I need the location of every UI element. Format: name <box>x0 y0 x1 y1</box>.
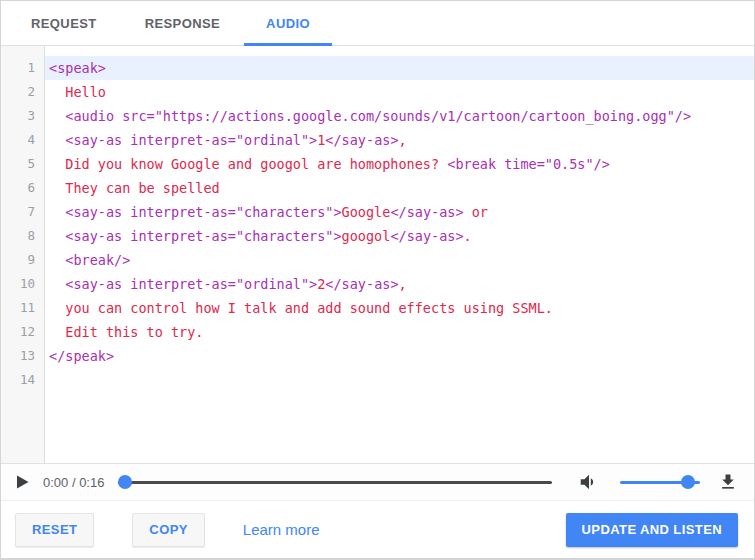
code-text-token: . <box>464 228 472 244</box>
code-tag-token: </say-as> <box>325 132 398 148</box>
code-line[interactable]: <say-as interpret-as="ordinal">1</say-as… <box>45 128 754 152</box>
line-number: 12 <box>1 320 44 344</box>
line-number: 7 <box>1 200 44 224</box>
code-line[interactable]: you can control how I talk and add sound… <box>45 296 754 320</box>
code-line[interactable]: <break/> <box>45 248 754 272</box>
line-number: 8 <box>1 224 44 248</box>
footer-bar: RESET COPY Learn more UPDATE AND LISTEN <box>1 501 754 558</box>
code-text-token: , <box>399 276 407 292</box>
code-line[interactable]: Edit this to try. <box>45 320 754 344</box>
code-tag-token: <say-as interpret-as="characters"> <box>49 228 342 244</box>
code-tag-token: </say-as> <box>390 204 463 220</box>
line-number-gutter: 1234567891011121314 <box>1 46 45 463</box>
tab-response[interactable]: RESPONSE <box>121 1 244 45</box>
seek-slider[interactable] <box>118 475 552 489</box>
line-number: 10 <box>1 272 44 296</box>
download-icon <box>718 472 738 492</box>
code-tag-token: <say-as interpret-as="ordinal"> <box>49 276 317 292</box>
update-and-listen-button[interactable]: UPDATE AND LISTEN <box>566 513 738 547</box>
code-line[interactable]: <say-as interpret-as="ordinal">2</say-as… <box>45 272 754 296</box>
code-tag-token: </speak> <box>49 348 114 364</box>
code-text-token: Google <box>342 204 391 220</box>
code-text-token: They can be spelled <box>49 180 220 196</box>
code-text-token: you can control how I talk and add sound… <box>49 300 553 316</box>
seek-thumb[interactable] <box>118 475 132 489</box>
code-text-token: or <box>464 204 488 220</box>
tab-audio[interactable]: AUDIO <box>244 1 332 45</box>
copy-button[interactable]: COPY <box>132 513 204 547</box>
tab-bar: REQUEST RESPONSE AUDIO <box>1 1 754 46</box>
code-line[interactable]: Did you know Google and googol are homop… <box>45 152 754 176</box>
code-line[interactable]: <say-as interpret-as="characters">Google… <box>45 200 754 224</box>
volume-thumb[interactable] <box>681 475 695 489</box>
reset-button[interactable]: RESET <box>15 513 94 547</box>
code-text-token: googol <box>342 228 391 244</box>
code-tag-token: </say-as> <box>325 276 398 292</box>
code-line[interactable]: <speak> <box>45 56 754 80</box>
tab-request[interactable]: REQUEST <box>7 1 121 45</box>
time-display: 0:00 / 0:16 <box>43 475 104 490</box>
line-number: 1 <box>1 56 44 80</box>
line-number: 9 <box>1 248 44 272</box>
code-area[interactable]: <speak> Hello <audio src="https://action… <box>45 46 754 463</box>
code-tag-token: <say-as interpret-as="characters"> <box>49 204 342 220</box>
code-text-token: , <box>399 132 407 148</box>
line-number: 14 <box>1 368 44 392</box>
learn-more-link[interactable]: Learn more <box>243 521 320 538</box>
code-tag-token: </say-as> <box>390 228 463 244</box>
code-text-token: Edit this to try. <box>49 324 203 340</box>
code-tag-token: <audio src="https://actions.google.com/s… <box>49 108 691 124</box>
line-number: 2 <box>1 80 44 104</box>
code-line[interactable]: <audio src="https://actions.google.com/s… <box>45 104 754 128</box>
code-text-token: Did you know Google and googol are homop… <box>49 156 447 172</box>
ssml-code-editor[interactable]: 1234567891011121314 <speak> Hello <audio… <box>1 46 754 463</box>
ssml-audio-panel: REQUEST RESPONSE AUDIO 12345678910111213… <box>0 0 755 560</box>
audio-player: 0:00 / 0:16 <box>1 463 754 501</box>
code-tag-token: <speak> <box>49 60 106 76</box>
code-line[interactable]: </speak> <box>45 344 754 368</box>
volume-icon <box>578 471 600 493</box>
code-tag-token: <break/> <box>49 252 130 268</box>
code-line[interactable]: <say-as interpret-as="characters">googol… <box>45 224 754 248</box>
play-icon <box>15 474 30 490</box>
code-tag-token: <break time="0.5s"/> <box>447 156 610 172</box>
seek-track[interactable] <box>118 481 552 484</box>
line-number: 4 <box>1 128 44 152</box>
code-line[interactable] <box>45 368 754 392</box>
code-line[interactable]: Hello <box>45 80 754 104</box>
code-tag-token: <say-as interpret-as="ordinal"> <box>49 132 317 148</box>
line-number: 3 <box>1 104 44 128</box>
download-button[interactable] <box>718 472 738 492</box>
line-number: 13 <box>1 344 44 368</box>
volume-button[interactable] <box>578 471 600 493</box>
code-line[interactable]: They can be spelled <box>45 176 754 200</box>
line-number: 6 <box>1 176 44 200</box>
code-text-token: Hello <box>49 84 106 100</box>
line-number: 5 <box>1 152 44 176</box>
line-number: 11 <box>1 296 44 320</box>
volume-slider[interactable] <box>620 475 700 489</box>
play-button[interactable] <box>15 472 35 492</box>
